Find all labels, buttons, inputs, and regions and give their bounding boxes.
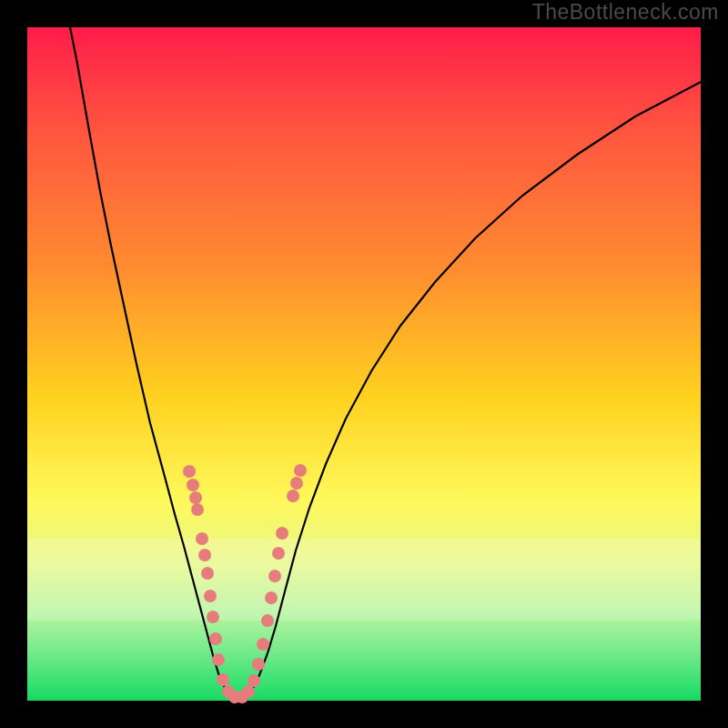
- white-band: [27, 604, 701, 621]
- sample-dot: [272, 547, 285, 560]
- sample-dot: [290, 477, 303, 490]
- sample-dot: [242, 685, 255, 698]
- sample-dot: [183, 465, 196, 478]
- sample-dot: [196, 532, 208, 545]
- sample-dot: [201, 567, 214, 580]
- sample-dot: [209, 632, 222, 645]
- sample-dot: [189, 491, 202, 504]
- white-band: [27, 588, 701, 604]
- white-bands-group: [27, 539, 701, 621]
- sample-dot: [187, 479, 199, 491]
- sample-dot: [217, 673, 229, 686]
- sample-dot: [276, 527, 288, 540]
- watermark-text: TheBottleneck.com: [532, 0, 719, 25]
- sample-dot: [261, 614, 274, 627]
- sample-dot: [287, 490, 299, 502]
- white-band: [27, 539, 701, 555]
- sample-dot: [191, 503, 204, 516]
- chart-svg: [27, 27, 701, 701]
- sample-dot: [257, 638, 269, 651]
- white-band: [27, 555, 701, 571]
- plot-area: [27, 27, 701, 701]
- sample-dot: [212, 653, 225, 666]
- white-band: [27, 571, 701, 588]
- sample-dot: [248, 674, 260, 687]
- sample-dot: [265, 592, 278, 604]
- sample-dot: [252, 658, 265, 671]
- sample-dot: [294, 464, 307, 477]
- chart-frame: TheBottleneck.com: [0, 0, 728, 728]
- sample-dot: [207, 611, 219, 623]
- sample-dot: [268, 570, 281, 582]
- sample-dot: [198, 549, 211, 561]
- sample-dot: [204, 590, 217, 602]
